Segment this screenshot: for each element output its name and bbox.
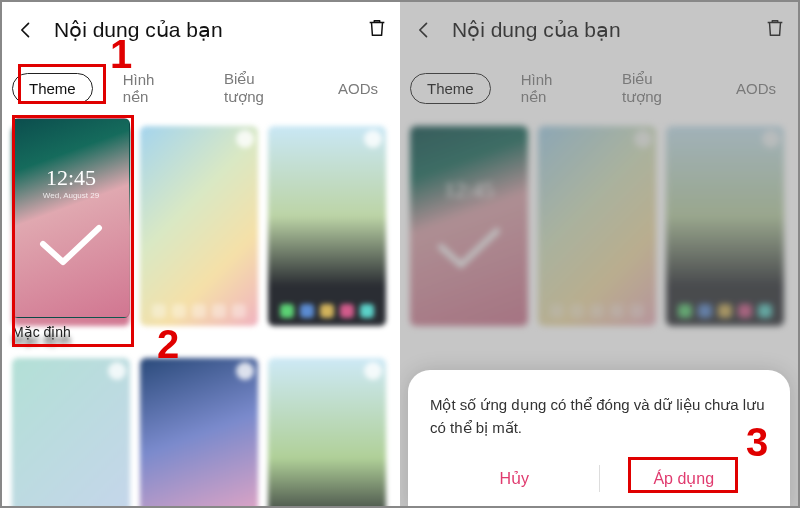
annotation-label-3: 3 xyxy=(746,420,768,465)
annotation-box-1 xyxy=(18,64,106,104)
theme-card[interactable] xyxy=(268,126,386,348)
left-screenshot: Nội dung của bạn Theme Hình nền Biểu tượ… xyxy=(2,2,400,506)
annotation-box-2 xyxy=(12,115,134,347)
annotation-label-2: 2 xyxy=(157,322,179,367)
theme-card[interactable] xyxy=(12,358,130,506)
tab-aods[interactable]: AODs xyxy=(326,74,390,103)
dialog-message: Một số ứng dụng có thể đóng và dữ liệu c… xyxy=(430,394,768,439)
cancel-button[interactable]: Hủy xyxy=(430,461,599,496)
right-screenshot: Nội dung của bạn Theme Hình nền Biểu tượ… xyxy=(400,2,798,506)
page-title: Nội dung của bạn xyxy=(54,18,366,42)
tab-icons[interactable]: Biểu tượng xyxy=(212,64,308,112)
theme-card[interactable] xyxy=(140,126,258,348)
header: Nội dung của bạn xyxy=(2,2,400,58)
delete-icon[interactable] xyxy=(366,17,388,43)
annotation-label-1: 1 xyxy=(110,32,132,77)
back-icon[interactable] xyxy=(14,18,38,42)
annotation-box-3 xyxy=(628,457,738,493)
theme-card[interactable] xyxy=(268,358,386,506)
theme-card[interactable] xyxy=(140,358,258,506)
